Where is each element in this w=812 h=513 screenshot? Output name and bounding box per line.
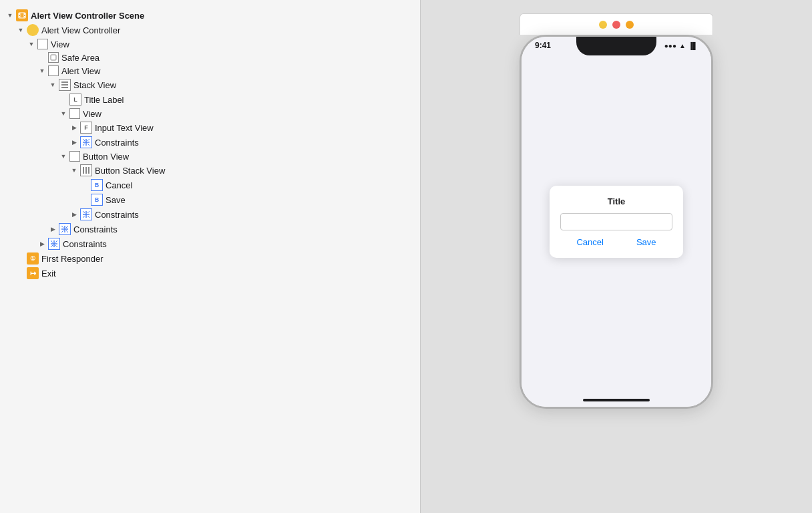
constraints-icon [80,136,92,148]
tree-label-title-label: Title Label [84,95,124,105]
disclosure-constraints1[interactable] [69,138,79,147]
alert-save-button[interactable]: Save [626,237,667,247]
alert-title: Title [560,196,672,206]
dot-yellow [599,21,607,29]
tree-label-alert-vc: Alert View Controller [41,25,120,35]
view-icon [69,108,80,119]
tree-item-input-text-view[interactable]: FInput Text View [0,120,420,135]
tree-item-constraints1[interactable]: Constraints [0,135,420,150]
svg-line-24 [61,230,63,232]
view-icon [69,151,80,162]
wifi-icon: ▲ [679,42,686,49]
tree-label-constraints2: Constraints [95,210,139,220]
svg-line-30 [51,245,53,247]
disclosure-view2[interactable] [59,109,68,118]
constraints-icon [48,238,60,250]
tree-item-view[interactable]: View [0,37,420,51]
constraints-icon [59,223,71,235]
status-bar: 9:41 ●●● ▲ ▐▌ [535,41,698,50]
svg-rect-2 [19,16,20,17]
tree-item-scene-header[interactable]: Alert View Controller Scene [0,8,420,23]
disclosure-button-stack-view[interactable] [69,166,79,175]
tree-item-alert-vc[interactable]: Alert View Controller [0,23,420,37]
tree-item-constraints4[interactable]: Constraints [0,236,420,251]
film-icon [16,9,28,21]
disclosure-input-text-view[interactable] [69,123,79,132]
safe-area-icon [48,52,59,63]
signal-icon: ●●● [664,42,676,49]
disclosure-alert-vc[interactable] [16,25,25,35]
hstack-icon [59,79,71,91]
dot-orange [626,21,634,29]
disclosure-button-view[interactable] [59,152,68,161]
button-icon: B [91,194,103,206]
tree-label-alert-view: Alert View [61,66,100,76]
svg-line-31 [55,245,57,247]
svg-line-17 [87,211,89,213]
tree-item-exit[interactable]: ↦Exit [0,266,420,281]
alert-input-field[interactable] [560,213,672,230]
tree-item-constraints3[interactable]: Constraints [0,222,420,236]
vstack-icon [80,164,92,176]
constraints-icon [80,208,92,220]
dot-red [612,21,620,29]
disclosure-scene-header[interactable] [5,11,15,20]
tree-label-scene-header: Alert View Controller Scene [31,11,144,21]
svg-line-13 [87,144,89,146]
svg-rect-3 [24,13,25,15]
button-icon: B [91,179,103,191]
svg-rect-4 [24,16,25,17]
disclosure-stack-view[interactable] [48,80,57,90]
disclosure-constraints2[interactable] [69,210,79,219]
home-indicator [583,399,650,401]
tree-label-cancel-btn: Cancel [106,180,132,190]
svg-line-11 [87,139,89,141]
scene-tree: Alert View Controller SceneAlert View Co… [0,0,421,513]
svg-line-18 [83,216,85,218]
tree-item-cancel-btn[interactable]: BCancel [0,178,420,192]
tree-label-constraints1: Constraints [95,138,139,148]
view-icon [48,65,59,76]
iphone-screen: Title Cancel Save [522,37,711,407]
tree-item-button-view[interactable]: Button View [0,150,420,163]
vc-icon [27,24,39,36]
tree-label-constraints4: Constraints [63,239,107,249]
svg-line-12 [83,144,85,146]
tree-item-first-responder[interactable]: ①First Responder [0,251,420,266]
alert-buttons: Cancel Save [560,237,672,247]
iphone-body: 9:41 ●●● ▲ ▐▌ Title Cancel Save [520,35,713,409]
svg-line-28 [51,240,53,242]
tree-label-safe-area: Safe Area [61,53,99,63]
svg-line-19 [87,216,89,218]
svg-line-29 [55,240,57,242]
svg-rect-1 [19,13,20,15]
tree-item-safe-area[interactable]: Safe Area [0,51,420,64]
tree-item-alert-view[interactable]: Alert View [0,64,420,77]
disclosure-constraints3[interactable] [48,224,57,234]
tree-label-stack-view: Stack View [73,80,116,90]
tree-label-button-view: Button View [83,152,129,162]
svg-line-23 [66,226,68,228]
tree-label-constraints3: Constraints [73,224,118,234]
tree-label-view: View [51,39,69,49]
tree-item-button-stack-view[interactable]: Button Stack View [0,163,420,178]
tree-item-view2[interactable]: View [0,107,420,120]
responder-icon: ① [27,252,39,265]
label-icon: L [69,94,81,106]
status-icons: ●●● ▲ ▐▌ [664,42,698,49]
field-icon: F [80,122,92,134]
tree-item-constraints2[interactable]: Constraints [0,207,420,222]
svg-line-25 [66,230,68,232]
tree-item-title-label[interactable]: LTitle Label [0,92,420,107]
alert-dialog: Title Cancel Save [550,186,683,258]
alert-cancel-button[interactable]: Cancel [566,237,614,247]
disclosure-view[interactable] [27,39,36,49]
tree-item-stack-view[interactable]: Stack View [0,77,420,92]
tree-item-save-btn[interactable]: BSave [0,192,420,207]
disclosure-constraints4[interactable] [37,239,47,248]
disclosure-alert-view[interactable] [37,66,47,75]
tree-label-button-stack-view: Button Stack View [95,166,165,176]
svg-line-22 [61,226,63,228]
tree-label-first-responder: First Responder [41,254,103,264]
canvas-area: 9:41 ●●● ▲ ▐▌ Title Cancel Save [421,0,812,513]
